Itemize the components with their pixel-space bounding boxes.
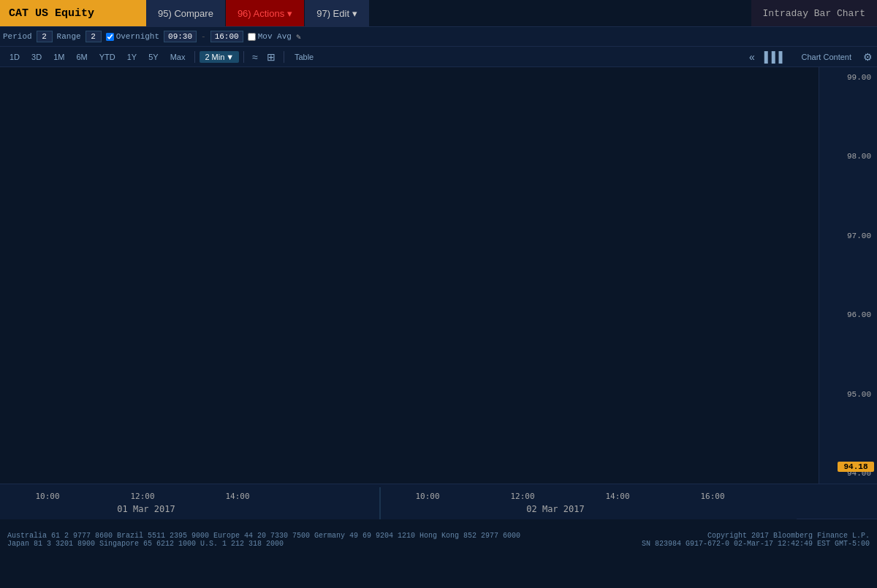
edit-arrow-icon: ▾ (352, 8, 357, 19)
y-axis: 99.00 98.00 97.00 96.00 95.00 94.00 94.1… (819, 67, 877, 484)
tf-max[interactable]: Max (165, 51, 191, 63)
footer-row2: Japan 81 3 3201 8900 Singapore 65 6212 1… (7, 540, 870, 548)
svg-rect-20 (0, 487, 797, 519)
ticker-label: CAT US Equity (0, 0, 146, 26)
bar-chart-type-btn[interactable]: ⊞ (263, 50, 279, 64)
svg-text:16:00: 16:00 (700, 492, 724, 501)
tf-right-controls: « ▌▌▌ Chart Content ⚙ (749, 50, 873, 64)
compare-button[interactable]: 95) Compare (146, 0, 226, 26)
bar-icon-btn[interactable]: ▌▌▌ (761, 50, 790, 64)
period-value[interactable]: 2 (37, 31, 53, 42)
svg-text:12:00: 12:00 (510, 492, 534, 501)
header-menu: 95) Compare 96) Actions ▾ 97) Edit ▾ (146, 0, 751, 26)
svg-text:14:00: 14:00 (225, 492, 249, 501)
line-chart-type-btn[interactable]: ≈ (248, 50, 262, 64)
overnight-checkbox[interactable]: Overnight (106, 32, 159, 41)
tf-5y[interactable]: 5Y (143, 51, 163, 63)
mov-avg-checkbox[interactable]: Mov Avg (248, 32, 292, 41)
svg-text:12:00: 12:00 (130, 492, 154, 501)
y-label-current: 94.18 (838, 462, 874, 472)
footer-copyright: Copyright 2017 Bloomberg Finance L.P. (707, 532, 870, 540)
edit-pencil-icon[interactable]: ✎ (296, 32, 301, 42)
y-label-99: 99.00 (822, 73, 874, 82)
edit-button[interactable]: 97) Edit ▾ (305, 0, 370, 26)
chart-content-btn[interactable]: Chart Content (796, 51, 857, 63)
tf-separator (194, 51, 195, 63)
svg-text:14:00: 14:00 (605, 492, 629, 501)
tf-6m[interactable]: 6M (71, 51, 92, 63)
overnight-check-input[interactable] (106, 33, 114, 41)
compare-label: 95) Compare (158, 8, 213, 19)
timeframe-bar: 1D 3D 1M 6M YTD 1Y 5Y Max 2 Min ▼ ≈ ⊞ Ta… (0, 47, 877, 67)
time-dash: - (201, 32, 206, 41)
y-label-97: 97.00 (822, 232, 874, 240)
actions-arrow-icon: ▾ (287, 8, 292, 19)
actions-label: 96) Actions (238, 8, 284, 19)
footer-serial: SN 823984 G917-672-0 02-Mar-17 12:42:49 … (642, 540, 870, 548)
svg-text:10:00: 10:00 (35, 492, 59, 501)
overnight-label: Overnight (116, 32, 159, 41)
gear-icon[interactable]: ⚙ (863, 51, 873, 63)
actions-button[interactable]: 96) Actions ▾ (226, 0, 305, 26)
time-end[interactable]: 16:00 (210, 31, 243, 42)
tf-2min-active[interactable]: 2 Min ▼ (200, 51, 239, 63)
controls-bar: Period 2 Range 2 Overnight 09:30 - 16:00… (0, 26, 877, 47)
y-label-95: 95.00 (822, 390, 874, 399)
tf-3d[interactable]: 3D (26, 51, 47, 63)
tf-1y[interactable]: 1Y (122, 51, 142, 63)
edit-label: 97) Edit (316, 8, 349, 19)
period-label: Period (3, 32, 32, 41)
y-label-96: 96.00 (822, 310, 874, 319)
svg-text:10:00: 10:00 (415, 492, 439, 501)
footer-contacts-row2: Japan 81 3 3201 8900 Singapore 65 6212 1… (7, 540, 284, 548)
x-axis-svg: 10:00 12:00 14:00 01 Mar 2017 10:00 12:0… (0, 487, 797, 519)
chart-title-text: Intraday Bar Chart (763, 8, 865, 19)
range-label: Range (57, 32, 81, 41)
footer: Australia 61 2 9777 8600 Brazil 5511 239… (0, 519, 877, 560)
ticker-text: CAT US Equity (9, 7, 94, 20)
tf-1m[interactable]: 1M (48, 51, 69, 63)
time-start[interactable]: 09:30 (164, 31, 197, 42)
mov-avg-label: Mov Avg (258, 32, 292, 41)
range-value[interactable]: 2 (86, 31, 102, 42)
tf-separator2 (243, 51, 244, 63)
chevron-left-btn[interactable]: « (749, 51, 755, 63)
chart-wrapper: H -2.60% -2.515 Last Price 94.145 Close … (0, 67, 877, 484)
tf-ytd[interactable]: YTD (94, 51, 121, 63)
table-button[interactable]: Table (289, 51, 319, 63)
footer-contacts-row1: Australia 61 2 9777 8600 Brazil 5511 239… (7, 532, 520, 540)
tf-separator3 (284, 51, 284, 63)
x-axis-area: 10:00 12:00 14:00 01 Mar 2017 10:00 12:0… (0, 484, 877, 519)
y-label-98: 98.00 (822, 152, 874, 161)
footer-row1: Australia 61 2 9777 8600 Brazil 5511 239… (7, 532, 870, 540)
chart-title: Intraday Bar Chart (751, 0, 877, 26)
tf-1d[interactable]: 1D (4, 51, 25, 63)
mov-avg-check-input[interactable] (248, 33, 256, 41)
svg-text:02 Mar 2017: 02 Mar 2017 (526, 504, 584, 514)
svg-text:01 Mar 2017: 01 Mar 2017 (117, 504, 175, 514)
header-bar: CAT US Equity 95) Compare 96) Actions ▾ … (0, 0, 877, 26)
